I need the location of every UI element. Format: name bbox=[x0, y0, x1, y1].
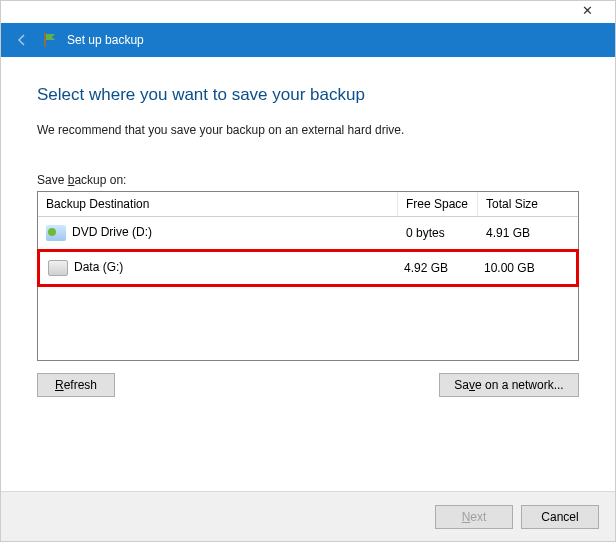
col-header-free[interactable]: Free Space bbox=[398, 192, 478, 216]
cancel-button[interactable]: Cancel bbox=[521, 505, 599, 529]
drive-total-size: 10.00 GB bbox=[476, 259, 576, 277]
recommendation-text: We recommend that you save your backup o… bbox=[37, 123, 579, 137]
close-button[interactable]: ✕ bbox=[567, 3, 607, 23]
backup-flag-icon bbox=[41, 31, 59, 49]
titlebar: Set up backup bbox=[1, 23, 615, 57]
refresh-button[interactable]: Refresh bbox=[37, 373, 115, 397]
page-heading: Select where you want to save your backu… bbox=[37, 85, 579, 105]
drive-free-space: 0 bytes bbox=[398, 224, 478, 242]
drive-free-space: 4.92 GB bbox=[396, 259, 476, 277]
col-header-total[interactable]: Total Size bbox=[478, 192, 578, 216]
drive-row[interactable]: DVD Drive (D:)0 bytes4.91 GB bbox=[38, 217, 578, 249]
window-title: Set up backup bbox=[67, 33, 144, 47]
save-on-network-button[interactable]: Save on a network... bbox=[439, 373, 579, 397]
hard-drive-icon bbox=[48, 260, 68, 276]
bottom-bar: Next Cancel bbox=[1, 491, 615, 541]
col-header-destination[interactable]: Backup Destination bbox=[38, 192, 398, 216]
drive-name: DVD Drive (D:) bbox=[72, 225, 152, 239]
back-arrow-icon[interactable] bbox=[13, 31, 31, 49]
drive-name: Data (G:) bbox=[74, 260, 123, 274]
next-button[interactable]: Next bbox=[435, 505, 513, 529]
drive-total-size: 4.91 GB bbox=[478, 224, 578, 242]
save-backup-label: Save backup on: bbox=[37, 173, 579, 187]
drive-row[interactable]: Data (G:)4.92 GB10.00 GB bbox=[37, 249, 579, 287]
drive-list-header: Backup Destination Free Space Total Size bbox=[38, 192, 578, 217]
dvd-drive-icon bbox=[46, 225, 66, 241]
svg-rect-0 bbox=[44, 33, 46, 47]
drive-list: Backup Destination Free Space Total Size… bbox=[37, 191, 579, 361]
